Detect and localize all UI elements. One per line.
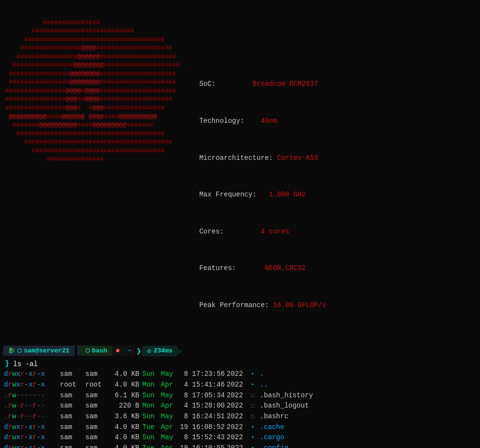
month-cell: Apr [161, 401, 179, 411]
user-host-text-1: sam@server21 [24, 347, 70, 354]
owner2-cell: sam [85, 432, 111, 443]
soc-label: SoC: [199, 80, 216, 88]
perm-cell: drwxr-xr-x [4, 432, 60, 443]
ascii-art: ############### ########################… [5, 10, 180, 336]
year-cell: 2022 [227, 432, 251, 443]
time-cell: 17:05:34 [190, 390, 227, 401]
perm-cell: drwxr-xr-x [4, 380, 60, 390]
perm-cell: .rw-r--r-- [4, 411, 60, 422]
size-cell: 4.0 KB [111, 432, 142, 443]
size-cell: 220 B [111, 401, 142, 411]
user-host-segment-1: 🐉 ⬡ sam@server21 [3, 346, 75, 356]
ls-output: drwxr-xr-xsamsam4.0 KBSunMay817:23:56202… [0, 369, 480, 448]
year-cell: 2022 [227, 422, 251, 433]
feat-value: NEON,CRC32 [265, 264, 306, 272]
size-cell: 4.0 KB [111, 443, 142, 448]
type-icon: 🞄 [251, 432, 260, 443]
owner1-cell: sam [60, 443, 85, 448]
owner2-cell: sam [85, 390, 111, 401]
soc-value: Broadcom BCM2837 [252, 80, 318, 88]
filename-cell: . [260, 369, 264, 380]
time-cell: 15:28:00 [190, 401, 227, 411]
ascii-section: ############### ########################… [0, 5, 480, 341]
date-cell: 8 [179, 369, 190, 380]
shell-segment-1: ⬡ bash [80, 346, 112, 356]
home-segment-1: ~ [124, 346, 135, 356]
cores-value: 4 cores [261, 228, 289, 235]
owner2-cell: sam [85, 369, 111, 380]
time-cell: 17:23:56 [190, 369, 227, 380]
type-icon: 🞄 [251, 380, 260, 390]
size-cell: 4.0 KB [111, 380, 142, 390]
perm-cell: .rw------- [4, 390, 60, 401]
date-cell: 19 [179, 422, 190, 433]
stop-icon-1: ■ [116, 347, 120, 354]
month-cell: Apr [161, 422, 179, 433]
month-cell: May [161, 432, 179, 443]
month-cell: Apr [161, 380, 179, 390]
perf-value: 16.00 GFLOP/s [273, 301, 326, 309]
home-text-1: ~ [128, 347, 132, 354]
prompt-arrow-1: ❯ [135, 346, 142, 356]
date-cell: 8 [179, 390, 190, 401]
type-icon: 🞄 [251, 422, 260, 433]
size-cell: 3.6 KB [111, 411, 142, 422]
date-cell: 8 [179, 411, 190, 422]
shell-text-1: bash [92, 347, 107, 354]
year-cell: 2022 [227, 401, 251, 411]
year-cell: 2022 [227, 411, 251, 422]
micro-value: Cortex-A53 [277, 154, 318, 162]
month-cell: Apr [161, 443, 179, 448]
day-cell: Sun [142, 432, 161, 443]
owner2-cell: root [85, 380, 111, 390]
owner1-cell: sam [60, 369, 85, 380]
owner1-cell: sam [60, 390, 85, 401]
day-cell: Sun [142, 411, 161, 422]
perf-label: Peak Performance: [199, 301, 269, 309]
date-cell: 4 [179, 380, 190, 390]
day-cell: Sun [142, 369, 161, 380]
date-cell: 4 [179, 401, 190, 411]
perm-cell: drwxr-xr-x [4, 369, 60, 380]
perm-cell: drwxr-xr-x [4, 422, 60, 433]
gear-icon-1: ⚙ [147, 347, 151, 355]
year-cell: 2022 [227, 390, 251, 401]
shell-icon-1: ⬡ [85, 348, 90, 354]
owner2-cell: sam [85, 411, 111, 422]
perm-cell: .rw-r--r-- [4, 401, 60, 411]
day-cell: Tue [142, 443, 161, 448]
micro-label: Microarchitecture: [199, 154, 273, 162]
year-cell: 2022 [227, 443, 251, 448]
type-icon: 🞄 [251, 369, 260, 380]
owner2-cell: sam [85, 443, 111, 448]
time-text-1: 234ms [154, 347, 173, 354]
table-row: drwxr-xr-xsamsam4.0 KBSunMay817:23:56202… [4, 369, 476, 380]
stop-segment-1: ■ [112, 346, 124, 356]
owner1-cell: sam [60, 432, 85, 443]
type-icon: □ [251, 390, 260, 401]
soc-info: SoC: Broadcom BCM2837 Technology: 40nm M… [199, 10, 326, 336]
freq-label: Max Frequency: [199, 191, 257, 198]
time-cell: 16:08:52 [190, 422, 227, 433]
month-cell: May [161, 390, 179, 401]
year-cell: 2022 [227, 369, 251, 380]
user-icon-1: 🐉 [8, 347, 15, 354]
terminal: ############### ########################… [0, 0, 480, 448]
filename-cell: .bashrc [260, 411, 288, 422]
size-cell: 4.0 KB [111, 369, 142, 380]
size-cell: 6.1 KB [111, 390, 142, 401]
date-cell: 19 [179, 443, 190, 448]
year-cell: 2022 [227, 380, 251, 390]
table-row: drwxr-xr-xsamsam4.0 KBSunMay815:52:43202… [4, 432, 476, 443]
cmd-line-1: } ls -al [0, 359, 480, 369]
owner1-cell: sam [60, 401, 85, 411]
time-cell: 15:52:43 [190, 432, 227, 443]
table-row: drwxr-xr-xsamsam4.0 KBTueApr1916:08:5220… [4, 422, 476, 433]
filename-cell: .cargo [260, 432, 284, 443]
tech-value: 40nm [261, 117, 277, 125]
table-row: drwxr-xr-xsamsam4.0 KBTueApr1916:10:5520… [4, 443, 476, 448]
final-arrow-1: ▶ [177, 345, 183, 357]
cores-label: Cores: [199, 228, 224, 235]
time-segment-1: ⚙ 234ms [142, 346, 177, 356]
table-row: drwxr-xr-xrootroot4.0 KBMonApr415:41:462… [4, 380, 476, 390]
